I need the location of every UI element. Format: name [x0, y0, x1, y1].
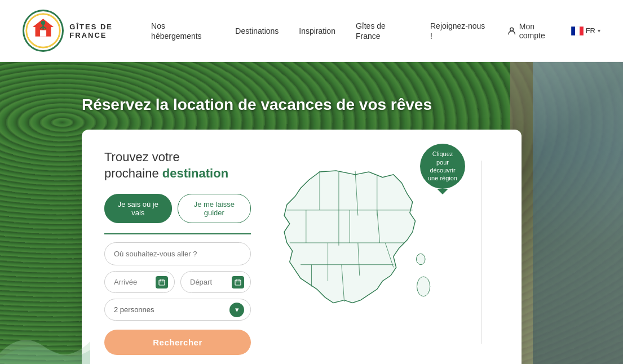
- france-map-svg[interactable]: [268, 166, 443, 352]
- hero-section: Réservez la location de vacances de vos …: [0, 62, 623, 364]
- logo-circle: [23, 10, 64, 52]
- brand-name: GÎTES DE FRANCE: [69, 23, 151, 39]
- persons-select[interactable]: 2 personnes 1 personne 3 personnes 4 per…: [104, 299, 251, 321]
- france-map-container[interactable]: Cliquez pour découvrir une région: [268, 149, 499, 355]
- nav-hebergements[interactable]: Nos hébergements: [151, 21, 215, 41]
- destination-input[interactable]: [104, 242, 251, 265]
- svg-point-4: [41, 21, 45, 25]
- nav-right: Mon compte FR ▾: [507, 22, 601, 40]
- svg-point-9: [510, 28, 513, 31]
- search-heading: Trouvez votre prochaine destination: [104, 149, 251, 181]
- calendar-arrival-icon[interactable]: [156, 276, 168, 288]
- svg-rect-11: [575, 26, 580, 35]
- hero-title: Réservez la location de vacances de vos …: [82, 96, 432, 114]
- nav-rejoignez[interactable]: Rejoignez-nous !: [430, 21, 487, 41]
- svg-rect-18: [235, 280, 241, 285]
- waterfall-bg: [533, 62, 623, 364]
- persons-wrap: 2 personnes 1 personne 3 personnes 4 per…: [104, 299, 251, 321]
- map-separator: [481, 161, 482, 344]
- person-icon: [507, 26, 516, 35]
- nav-links: Nos hébergements Destinations Inspiratio…: [151, 21, 487, 41]
- search-toggle-group: Je sais où je vais Je me laisse guider: [104, 194, 251, 223]
- logo-area[interactable]: GÎTES DE FRANCE: [23, 10, 151, 52]
- svg-rect-14: [159, 280, 165, 285]
- nav-gites-france[interactable]: Gîtes de France: [356, 21, 410, 41]
- map-tooltip: Cliquez pour découvrir une région: [420, 144, 465, 189]
- chevron-down-icon: ▾: [598, 28, 600, 34]
- date-row: [104, 271, 251, 293]
- search-divider: [104, 233, 251, 234]
- svg-point-39: [417, 254, 426, 264]
- search-card: Trouvez votre prochaine destination Je s…: [82, 130, 522, 364]
- nav-destinations[interactable]: Destinations: [235, 26, 279, 36]
- nav-inspiration[interactable]: Inspiration: [299, 26, 335, 36]
- toggle-guided[interactable]: Je me laisse guider: [178, 194, 251, 223]
- departure-wrap: [180, 271, 251, 293]
- toggle-know-where[interactable]: Je sais où je vais: [104, 194, 172, 223]
- mon-compte-button[interactable]: Mon compte: [507, 22, 561, 40]
- wave-decoration: [0, 308, 90, 364]
- france-flag-icon: [571, 26, 584, 35]
- svg-rect-12: [580, 26, 584, 35]
- search-form: Trouvez votre prochaine destination Je s…: [104, 149, 251, 355]
- search-button[interactable]: Rechercher: [104, 330, 251, 355]
- navbar: GÎTES DE FRANCE Nos hébergements Destina…: [0, 0, 623, 62]
- language-selector[interactable]: FR ▾: [571, 26, 600, 35]
- arrival-wrap: [104, 271, 175, 293]
- svg-rect-3: [40, 30, 46, 37]
- svg-point-38: [417, 277, 430, 296]
- svg-rect-10: [571, 26, 575, 35]
- calendar-departure-icon[interactable]: [232, 276, 244, 288]
